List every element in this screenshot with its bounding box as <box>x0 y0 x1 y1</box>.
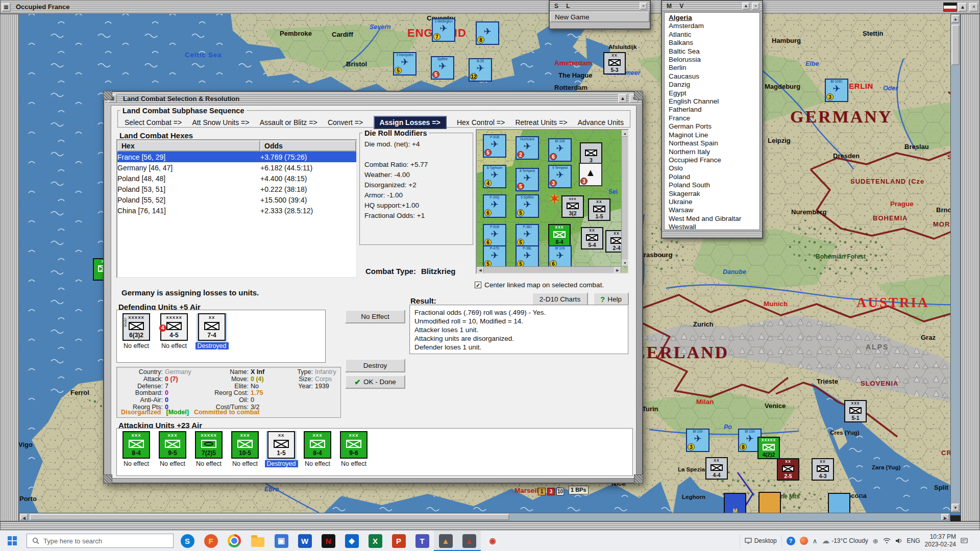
location-list-item[interactable]: Oslo <box>665 164 760 172</box>
air-unit-counter[interactable]: B-25✈12 <box>469 58 492 82</box>
taskbar-app-wargame-2[interactable]: ▲ <box>457 531 481 551</box>
center-map-option[interactable]: ✓ Center linked map on selected combat. <box>475 281 604 289</box>
subphase-step[interactable]: Convert => <box>328 118 363 127</box>
location-list-item[interactable]: Atlantic <box>665 31 760 39</box>
clock[interactable]: 10:37 PM 2023-02-24 <box>925 533 956 548</box>
globe-icon[interactable]: ⊕ <box>873 537 878 545</box>
taskbar-app-wargame-1[interactable]: ▲ <box>434 531 457 551</box>
start-button[interactable] <box>0 531 24 551</box>
air-unit-counter[interactable]: 9 Tempest✈3 <box>548 165 572 188</box>
unit-counter[interactable]: XXX9-6 <box>340 431 368 459</box>
unit-slot[interactable]: XXX8-4No effect <box>302 431 333 467</box>
unit-counter[interactable]: xxx3(2 <box>561 195 584 218</box>
mv-close-button[interactable]: × <box>752 3 760 10</box>
mv-window-titlebar[interactable]: M V ▲ × <box>662 1 762 11</box>
location-list-item[interactable]: Poland <box>665 173 760 181</box>
combat-hex-row[interactable]: Poland [53, 51]+0.222 (38:18) <box>117 184 356 194</box>
unit-slot[interactable]: XXXXX6(3)2ModelNo effect <box>121 313 152 349</box>
location-list-item[interactable]: Ukraine <box>665 198 760 206</box>
taskbar-app-excel[interactable]: X <box>363 531 387 551</box>
air-unit-counter[interactable]: 6 Typhoon✈4 <box>483 165 506 188</box>
location-list-item[interactable]: Northern Italy <box>665 148 760 156</box>
taskbar-app-firefox[interactable]: F <box>199 531 223 551</box>
taskbar-app-photos[interactable]: ▣ <box>270 531 293 551</box>
subphase-step[interactable]: Att Snow Units => <box>192 118 249 127</box>
taskbar-app-skype[interactable]: S <box>176 531 199 551</box>
air-unit-counter[interactable]: Bf 109✈6 <box>548 245 572 266</box>
subphase-step[interactable]: Retreat Units => <box>515 118 567 127</box>
ok-done-button[interactable]: ✔OK - Done <box>345 375 405 389</box>
subphase-step[interactable]: Advance Units <box>578 118 624 127</box>
dialog-minimize-button[interactable]: ▲ <box>618 94 627 103</box>
air-unit-counter[interactable]: 5 Spitfire✈5 <box>516 194 539 218</box>
combat-hex-row[interactable]: Poland [55, 52]+15.500 (39:4) <box>117 194 356 205</box>
scroll-up-button[interactable]: ▲ <box>951 15 960 23</box>
map-vertical-scrollbar[interactable]: ▲ ▼ <box>950 14 961 513</box>
combat-hex-row[interactable]: China [76, 141]+2.333 (28.5:12) <box>117 205 356 216</box>
location-list-item[interactable]: Poland South <box>665 181 760 189</box>
air-unit-counter[interactable]: P-51B✈5 <box>483 134 506 158</box>
weather-widget[interactable]: ☁ -13°C Cloudy <box>822 536 868 545</box>
unit-counter[interactable]: XX5-4 <box>581 227 603 249</box>
air-unit-counter[interactable]: 3 Wellington✈7 <box>432 18 455 42</box>
air-unit-counter[interactable]: P-38J✈5 <box>516 224 539 247</box>
unit-counter[interactable]: XX4-4 <box>705 457 728 480</box>
taskbar-app-powerpoint[interactable]: P <box>387 531 410 551</box>
taskbar-app-teams[interactable]: T <box>410 531 434 551</box>
horizontal-scroll-thumb[interactable] <box>30 514 509 520</box>
minimap-scroll-up[interactable]: ▲ <box>622 130 628 137</box>
desktop-toolbar[interactable]: Desktop <box>745 537 777 544</box>
location-list-item[interactable]: English Channel <box>665 97 760 106</box>
unit-counter[interactable] <box>758 492 781 514</box>
unit-counter[interactable]: XX2-5 <box>777 458 799 481</box>
taskbar-app-file-explorer[interactable] <box>246 531 270 551</box>
location-list-item[interactable]: Fatherland <box>665 106 760 114</box>
new-game-item[interactable]: New Game <box>550 11 650 22</box>
search-input[interactable]: Type here to search <box>27 534 174 548</box>
air-unit-counter[interactable]: ✈8 <box>476 21 499 45</box>
unit-counter[interactable]: XXX8-4 <box>548 224 571 246</box>
no-effect-button[interactable]: No Effect <box>345 310 405 323</box>
air-unit-counter[interactable]: Hurricane✈2 <box>516 136 539 160</box>
taskbar-app-paint[interactable]: ◉ <box>481 531 504 551</box>
air-unit-counter[interactable]: Bf 109✈3 <box>686 429 709 452</box>
unit-counter[interactable]: XX4-3 <box>812 458 834 481</box>
game-close-button[interactable]: × <box>969 3 978 12</box>
map-horizontal-scrollbar[interactable]: ◀ ▶ <box>19 513 950 521</box>
scroll-right-button[interactable]: ▶ <box>941 514 949 520</box>
air-unit-counter[interactable]: 8 Tempest✈5 <box>516 168 539 191</box>
location-list-item[interactable]: Westwall <box>665 223 760 230</box>
unit-slot[interactable]: XXXXX7(2)5No effect <box>193 431 224 467</box>
sl-close-button[interactable]: × <box>640 3 647 10</box>
unit-slot[interactable]: XXX9-5No effect <box>157 431 188 467</box>
combat-minimap[interactable]: P-51B✈5Hurricane✈2Bf 109✈6 36 Typhoon✈48… <box>476 129 629 274</box>
air-unit-counter[interactable]: Spitfire✈5 <box>431 56 454 80</box>
unit-counter[interactable]: XX5-3 <box>603 52 626 74</box>
unit-counter[interactable]: XXX8-4 <box>122 431 150 459</box>
combat-hex-row[interactable]: Germany [46, 47]+6.182 (44.5:11) <box>117 162 356 173</box>
taskbar-app-onedrive[interactable]: ◈ <box>340 531 363 551</box>
subphase-step[interactable]: Select Combat => <box>125 118 182 127</box>
scroll-left-button[interactable]: ◀ <box>20 514 28 520</box>
air-unit-counter[interactable]: 3 Hampden✈5 <box>393 52 416 76</box>
subphase-step[interactable]: Assault or Blitz => <box>260 118 317 127</box>
minimap-scroll-down[interactable]: ▼ <box>622 260 628 266</box>
minimap-horizontal-scrollbar[interactable]: ◀ ▶ <box>477 266 621 273</box>
unit-counter[interactable]: M <box>724 493 746 515</box>
unit-counter[interactable]: XX1-5 <box>588 198 610 221</box>
unit-slot[interactable]: XXXXX4-54No effect <box>159 313 189 349</box>
wifi-icon[interactable] <box>883 538 891 544</box>
taskbar-app-chrome[interactable] <box>223 531 246 551</box>
center-map-checkbox[interactable]: ✓ <box>475 282 481 288</box>
air-unit-counter[interactable]: P-51B✈6 <box>483 224 506 247</box>
minimap-scroll-right[interactable]: ▶ <box>614 267 621 273</box>
unit-counter[interactable]: XXXXX7(2)5 <box>195 431 223 459</box>
unit-counter[interactable]: XX2-4 <box>605 230 621 253</box>
unit-counter[interactable]: XXX9-5 <box>159 431 186 459</box>
unit-counter[interactable]: XXX10-5 <box>231 431 259 459</box>
odds-column-header[interactable]: Odds <box>260 140 356 152</box>
location-list-item[interactable]: Egypt <box>665 89 760 97</box>
app-tray-icon[interactable] <box>800 537 808 545</box>
unit-counter[interactable]: XXX5-1 <box>844 400 867 422</box>
location-list-item[interactable]: Maginot Line <box>665 131 760 139</box>
